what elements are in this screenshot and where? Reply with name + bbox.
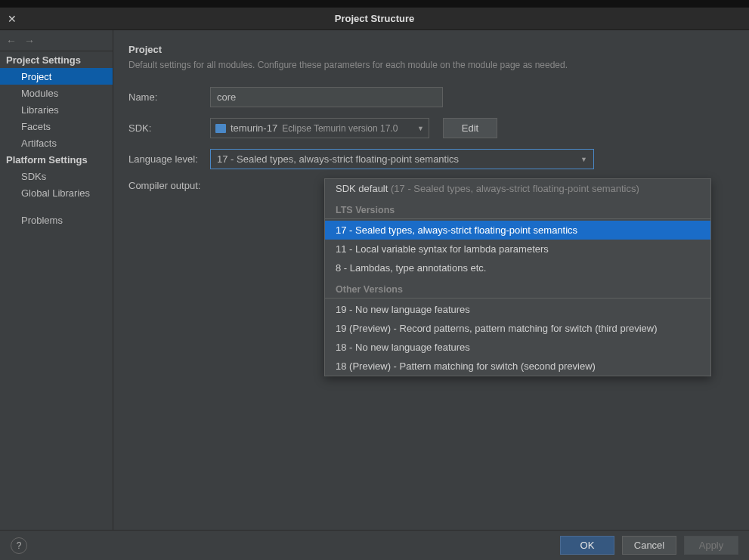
sidebar-item-global-libraries[interactable]: Global Libraries bbox=[0, 184, 113, 201]
sdk-folder-icon bbox=[215, 124, 226, 133]
sidebar-section-header: Platform Settings bbox=[0, 151, 113, 168]
nav-forward-icon[interactable]: → bbox=[24, 35, 35, 47]
sidebar-item-modules[interactable]: Modules bbox=[0, 85, 113, 101]
compiler-output-label: Compiler output: bbox=[128, 180, 210, 191]
name-label: Name: bbox=[128, 91, 210, 103]
dialog-footer: ? OK Cancel Apply bbox=[0, 530, 749, 560]
dropdown-group-other: Other Versions bbox=[325, 280, 710, 299]
cancel-button[interactable]: Cancel bbox=[622, 536, 676, 555]
dropdown-item-sdk-default[interactable]: SDK default (17 - Sealed types, always-s… bbox=[325, 179, 710, 198]
sidebar-item-problems[interactable]: Problems bbox=[0, 212, 113, 228]
page-description: Default settings for all modules. Config… bbox=[128, 60, 734, 70]
dropdown-item[interactable]: 8 - Lambdas, type annotations etc. bbox=[325, 258, 710, 277]
window-title: Project Structure bbox=[0, 13, 749, 24]
language-level-label: Language level: bbox=[128, 153, 210, 165]
dropdown-item[interactable]: 18 (Preview) - Pattern matching for swit… bbox=[325, 357, 710, 376]
language-level-value: 17 - Sealed types, always-strict floatin… bbox=[217, 153, 459, 165]
dropdown-item[interactable]: 18 - No new language features bbox=[325, 338, 710, 357]
dropdown-item[interactable]: 19 - No new language features bbox=[325, 300, 710, 319]
sdk-version: Eclipse Temurin version 17.0 bbox=[282, 123, 413, 134]
project-name-input[interactable] bbox=[210, 87, 443, 107]
dropdown-group-lts: LTS Versions bbox=[325, 201, 710, 219]
sidebar: ← → Project SettingsProjectModulesLibrar… bbox=[0, 30, 113, 530]
dropdown-scroll[interactable]: SDK default (17 - Sealed types, always-s… bbox=[325, 179, 710, 376]
close-icon[interactable]: ✕ bbox=[8, 13, 17, 25]
sidebar-section-header: Project Settings bbox=[0, 51, 113, 68]
sdk-name: temurin-17 bbox=[231, 122, 277, 134]
dropdown-item[interactable]: 19 (Preview) - Record patterns, pattern … bbox=[325, 319, 710, 338]
dropdown-item[interactable]: 11 - Local variable syntax for lambda pa… bbox=[325, 240, 710, 258]
sdk-select[interactable]: temurin-17 Eclipse Temurin version 17.0 … bbox=[210, 118, 429, 138]
ok-button[interactable]: OK bbox=[560, 536, 614, 555]
nav-back-icon[interactable]: ← bbox=[6, 35, 17, 47]
chevron-down-icon: ▼ bbox=[417, 125, 424, 132]
edit-sdk-button[interactable]: Edit bbox=[443, 118, 497, 138]
language-level-dropdown: SDK default (17 - Sealed types, always-s… bbox=[324, 178, 711, 376]
sidebar-item-libraries[interactable]: Libraries bbox=[0, 101, 113, 118]
dropdown-item[interactable]: 17 - Sealed types, always-strict floatin… bbox=[325, 221, 710, 240]
apply-button[interactable]: Apply bbox=[684, 536, 738, 555]
title-bar: ✕ Project Structure bbox=[0, 8, 749, 30]
help-button[interactable]: ? bbox=[11, 537, 27, 554]
sidebar-item-artifacts[interactable]: Artifacts bbox=[0, 135, 113, 151]
content-pane: Project Default settings for all modules… bbox=[113, 30, 749, 530]
sidebar-item-project[interactable]: Project bbox=[0, 68, 113, 85]
language-level-select[interactable]: 17 - Sealed types, always-strict floatin… bbox=[210, 149, 594, 169]
chevron-down-icon: ▼ bbox=[580, 156, 587, 163]
page-heading: Project bbox=[128, 44, 734, 55]
sidebar-item-sdks[interactable]: SDKs bbox=[0, 168, 113, 184]
sdk-label: SDK: bbox=[128, 122, 210, 134]
sidebar-item-facets[interactable]: Facets bbox=[0, 118, 113, 135]
